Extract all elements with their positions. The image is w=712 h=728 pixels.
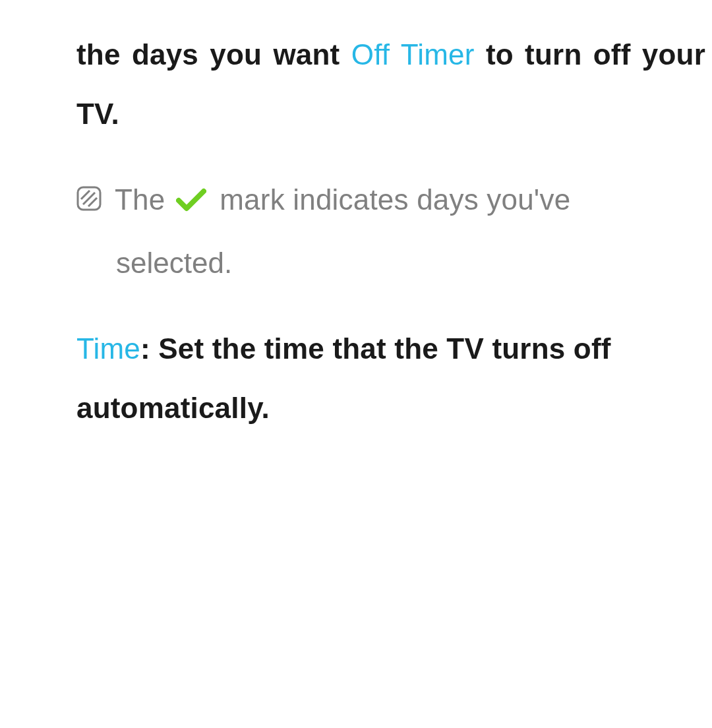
paragraph-time: Time: Set the time that the TV turns off… bbox=[76, 319, 705, 438]
note-text-line2: selected. bbox=[116, 247, 232, 279]
time-description: : Set the time that the TV turns off aut… bbox=[76, 332, 611, 424]
manual-page: the days you want Off Timer to turn off … bbox=[0, 0, 712, 438]
note-icon bbox=[76, 171, 102, 231]
time-label: Time bbox=[76, 332, 140, 365]
checkmark-icon bbox=[176, 174, 206, 233]
off-timer-label: Off Timer bbox=[351, 38, 475, 71]
text: the days you want bbox=[76, 38, 351, 71]
note-text-pre: The bbox=[115, 183, 173, 216]
note-text-post: mark indicates days you've bbox=[212, 183, 571, 216]
note-line-2: selected. bbox=[76, 233, 705, 293]
note-line-1: The mark indicates days you've bbox=[76, 170, 705, 233]
paragraph-off-timer: the days you want Off Timer to turn off … bbox=[76, 25, 705, 144]
